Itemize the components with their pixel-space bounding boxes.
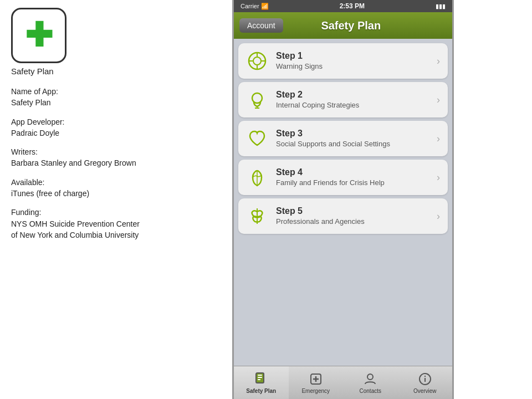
tab-overview[interactable]: Overview <box>398 366 453 399</box>
svg-rect-13 <box>258 379 260 380</box>
writers-block: Writers: Barbara Stanley and Gregory Bro… <box>11 146 143 169</box>
step-3-icon <box>246 127 268 150</box>
step-4-title: Step 4 <box>276 167 429 177</box>
step-5-text: Step 5 Professionals and Agencies <box>276 206 429 227</box>
funding-label: Funding: <box>11 208 41 217</box>
tab-contacts-label: Contacts <box>360 388 381 394</box>
step-4-chevron-icon: › <box>437 172 440 183</box>
name-of-app-value: Safety Plan <box>11 98 51 107</box>
tab-bar: Safety Plan Emergency <box>234 366 452 399</box>
step-5-chevron-icon: › <box>437 211 440 222</box>
step-2-chevron-icon: › <box>437 94 440 106</box>
contacts-tab-icon <box>362 371 378 387</box>
step-3-subtitle: Social Supports and Social Settings <box>276 140 429 149</box>
battery-icon: ▮▮▮ <box>436 3 446 10</box>
step-2-card[interactable]: Step 2 Internal Coping Strategies › <box>238 82 448 117</box>
cross-icon: ✚ <box>25 19 53 52</box>
name-of-app-block: Name of App: Safety Plan <box>11 86 143 109</box>
svg-point-17 <box>367 374 373 380</box>
svg-point-1 <box>253 57 261 65</box>
step-3-title: Step 3 <box>276 129 429 139</box>
wifi-icon: 📶 <box>261 3 269 9</box>
step-1-icon <box>246 50 268 72</box>
tab-emergency[interactable]: Emergency <box>289 366 344 399</box>
phone: Carrier 📶 2:53 PM ▮▮▮ Account Safety Pla… <box>232 0 454 399</box>
step-1-chevron-icon: › <box>437 55 440 67</box>
emergency-tab-icon <box>308 371 324 387</box>
funding-block: Funding: NYS OMH Suicide Prevention Cent… <box>11 207 143 241</box>
step-5-card[interactable]: Step 5 Professionals and Agencies › <box>238 198 448 234</box>
svg-point-20 <box>424 376 426 377</box>
tab-contacts[interactable]: Contacts <box>343 366 398 399</box>
step-3-card[interactable]: Step 3 Social Supports and Social Settin… <box>238 121 448 156</box>
step-1-text: Step 1 Warning Signs <box>276 51 429 71</box>
svg-rect-12 <box>258 377 262 378</box>
available-block: Available: iTunes (free of charge) <box>11 177 143 200</box>
tab-overview-label: Overview <box>413 388 437 394</box>
step-2-title: Step 2 <box>276 90 429 100</box>
account-button[interactable]: Account <box>239 18 283 33</box>
app-header: Account Safety Plan <box>234 12 452 39</box>
step-4-text: Step 4 Family and Friends for Crisis Hel… <box>276 167 429 188</box>
main-content: Step 1 Warning Signs › Step 2 <box>234 39 452 366</box>
tab-safety-plan[interactable]: Safety Plan <box>234 366 289 399</box>
developer-label: App Developer: <box>11 117 65 126</box>
step-2-icon <box>246 89 268 111</box>
step-4-subtitle: Family and Friends for Crisis Help <box>276 178 429 188</box>
step-2-text: Step 2 Internal Coping Strategies <box>276 90 429 110</box>
writers-value: Barbara Stanley and Gregory Brown <box>11 158 136 167</box>
app-logo: ✚ <box>11 8 66 63</box>
step-5-subtitle: Professionals and Agencies <box>276 217 429 227</box>
developer-value: Padraic Doyle <box>11 129 59 137</box>
header-title: Safety Plan <box>289 19 447 32</box>
battery-area: ▮▮▮ <box>436 3 446 10</box>
step-3-chevron-icon: › <box>437 133 440 145</box>
step-5-title: Step 5 <box>276 206 429 216</box>
safety-plan-tab-icon <box>253 371 269 387</box>
step-3-text: Step 3 Social Supports and Social Settin… <box>276 129 429 149</box>
overview-tab-icon <box>417 371 433 387</box>
step-5-icon <box>246 205 268 227</box>
phone-wrapper: Carrier 📶 2:53 PM ▮▮▮ Account Safety Pla… <box>154 0 532 399</box>
step-4-icon <box>246 166 268 188</box>
writers-label: Writers: <box>11 147 38 156</box>
step-2-subtitle: Internal Coping Strategies <box>276 101 429 110</box>
carrier-text: Carrier 📶 <box>241 3 269 10</box>
tab-emergency-label: Emergency <box>301 388 330 394</box>
status-bar: Carrier 📶 2:53 PM ▮▮▮ <box>234 0 452 12</box>
developer-block: App Developer: Padraic Doyle <box>11 116 143 139</box>
step-1-card[interactable]: Step 1 Warning Signs › <box>238 43 448 79</box>
available-value: iTunes (free of charge) <box>11 189 89 198</box>
name-of-app-label: Name of App: <box>11 87 58 96</box>
step-1-subtitle: Warning Signs <box>276 62 429 71</box>
step-4-card[interactable]: Step 4 Family and Friends for Crisis Hel… <box>238 160 448 195</box>
funding-value: NYS OMH Suicide Prevention Center of New… <box>11 219 140 239</box>
logo-label: Safety Plan <box>11 66 143 76</box>
svg-rect-11 <box>258 375 262 376</box>
svg-point-6 <box>252 93 262 103</box>
status-time: 2:53 PM <box>340 2 365 10</box>
available-label: Available: <box>11 178 44 187</box>
left-panel: ✚ Safety Plan Name of App: Safety Plan A… <box>0 0 154 399</box>
tab-safety-plan-label: Safety Plan <box>246 388 276 394</box>
step-1-title: Step 1 <box>276 51 429 61</box>
